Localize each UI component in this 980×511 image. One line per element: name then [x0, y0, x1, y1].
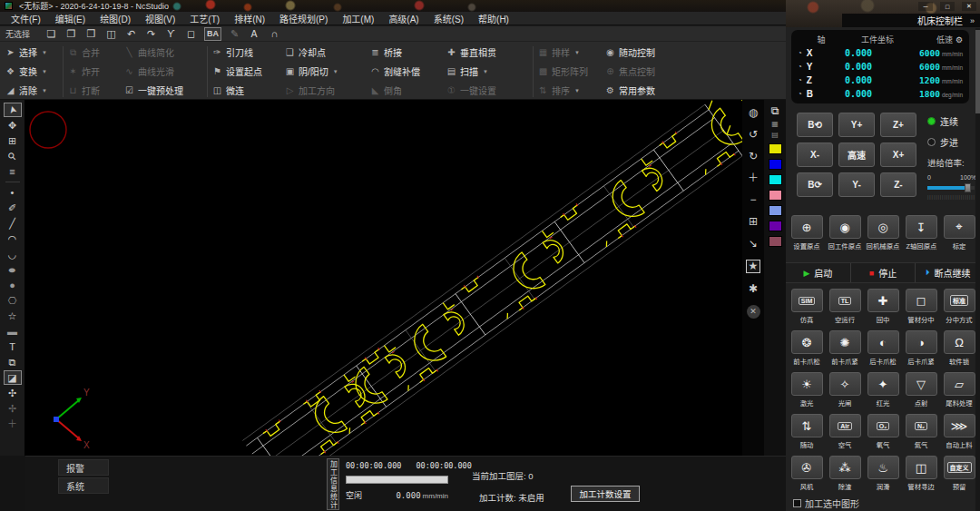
jog-y-minus-button[interactable]: Y-: [838, 172, 875, 197]
shutter-button[interactable]: ✧光闸: [828, 372, 863, 408]
menu-advanced[interactable]: 高级(A): [381, 11, 426, 26]
zoom-window-tool[interactable]: ⊞: [4, 133, 22, 148]
z-axis-home-button[interactable]: ↧Z轴回原点: [904, 215, 939, 251]
jog-x-minus-button[interactable]: X-: [797, 142, 833, 167]
zoom-out-icon[interactable]: −: [750, 194, 756, 206]
centering-mode-button[interactable]: 标准分中方式: [942, 289, 977, 324]
magnifier-tool[interactable]: ⚲: [4, 149, 22, 163]
tool-break[interactable]: ⊔打断: [67, 84, 123, 97]
panel-scrollbar[interactable]: [975, 28, 980, 511]
oxygen-button[interactable]: O₂氧气: [866, 414, 901, 449]
star-tool[interactable]: ☆: [4, 309, 22, 323]
measure-tool[interactable]: ≡: [4, 164, 22, 179]
layer-swatch-purple[interactable]: [769, 221, 782, 231]
continuous-mode-radio[interactable]: 连续: [927, 114, 976, 127]
goto-work-origin-button[interactable]: ◉回工件原点: [828, 215, 863, 251]
air-button[interactable]: Air空气: [828, 414, 863, 449]
menu-process[interactable]: 工艺(T): [182, 11, 227, 26]
tool-curve-simplify[interactable]: ╲曲线简化: [123, 45, 203, 59]
fan-button[interactable]: ✇风机: [789, 456, 825, 491]
checkbox-unchecked-icon[interactable]: [793, 499, 801, 507]
line-tool[interactable]: ╱: [4, 216, 22, 231]
menu-help[interactable]: 帮助(H): [471, 11, 516, 26]
tool-sort[interactable]: ⇅排序▼: [537, 84, 604, 97]
red-light-button[interactable]: ✦红光: [866, 372, 901, 408]
tool-common-params[interactable]: ⚙常用参数: [604, 84, 691, 97]
fit-selection-icon[interactable]: ↘: [749, 238, 758, 250]
close-panel-icon[interactable]: ✕: [747, 305, 760, 319]
tool-focus-control[interactable]: ⊕焦点控制: [604, 64, 691, 78]
jog-rapid-button[interactable]: 高速: [838, 142, 875, 167]
menu-system[interactable]: 系统(S): [426, 11, 471, 26]
jog-b-ccw-button[interactable]: B⟲: [797, 113, 833, 137]
tab-system[interactable]: 系统: [58, 477, 109, 494]
arc-3point-tool[interactable]: ◠: [4, 231, 22, 246]
import-tool[interactable]: ⧉: [4, 355, 22, 369]
undo-icon[interactable]: ↶: [124, 28, 138, 40]
rotate-ccw-icon[interactable]: ↺: [749, 129, 758, 141]
layer-swatch-pink[interactable]: [769, 190, 782, 201]
tool-scan[interactable]: ▤扫描▼: [446, 64, 529, 78]
ellipse-tool[interactable]: ●: [4, 262, 22, 277]
tail-material-button[interactable]: ▱尾料处理: [942, 372, 977, 408]
jog-y-plus-button[interactable]: Y+: [838, 113, 875, 137]
tool-rect-array[interactable]: ▩矩形阵列: [537, 64, 604, 78]
menu-view[interactable]: 视图(V): [138, 11, 182, 26]
tool-transform[interactable]: ❖变换▼: [5, 64, 59, 78]
step-mode-radio[interactable]: 步进: [927, 135, 976, 148]
calibrate-button[interactable]: ⌖标定: [942, 215, 977, 251]
select-tool[interactable]: ➤: [4, 103, 22, 117]
layer-swatch-blue[interactable]: [769, 159, 782, 170]
layer-swatch-yellow[interactable]: [769, 143, 782, 154]
tool-bridge[interactable]: ≣桥接: [369, 45, 446, 59]
tool-cooling-point[interactable]: ❑冷却点: [284, 45, 369, 59]
node-edit-tool[interactable]: ✣: [4, 386, 22, 400]
follow-button[interactable]: ⇅随动: [789, 414, 825, 449]
front-chuck-clamp-button[interactable]: ✺前卡爪紧: [828, 330, 863, 366]
menu-edit[interactable]: 编辑(E): [48, 11, 93, 26]
circle-tool[interactable]: ●: [4, 278, 22, 292]
arc-tool[interactable]: ◡: [4, 247, 22, 261]
goto-machine-origin-button[interactable]: ◎回机械原点: [866, 215, 901, 251]
tool-explode[interactable]: ✶炸开: [67, 64, 123, 78]
rectangle-tool[interactable]: ▬: [4, 324, 22, 339]
open-folder-icon[interactable]: ❒: [84, 28, 98, 40]
layers-icon[interactable]: ⧉: [771, 104, 779, 117]
tab-machining-stats[interactable]: 加工信息统计: [327, 458, 339, 510]
new-file-icon[interactable]: ❏: [44, 28, 58, 40]
nitrogen-button[interactable]: N₂氮气: [904, 414, 939, 449]
tool-micro-joint[interactable]: ◫微连: [211, 84, 284, 97]
rotate-cw-icon[interactable]: ↻: [749, 151, 758, 162]
spot-shot-button[interactable]: ▽点射: [904, 372, 939, 408]
reserved-custom-button[interactable]: 自定义预留: [942, 456, 977, 491]
tool-select[interactable]: ➤选择▼: [5, 45, 59, 59]
point-tool[interactable]: •: [4, 185, 22, 200]
return-center-button[interactable]: ✚回中: [866, 289, 901, 324]
jog-x-plus-button[interactable]: X+: [880, 142, 916, 167]
layer-swatch-cornflower[interactable]: [769, 205, 782, 216]
crosshair-tool[interactable]: ＋: [4, 417, 22, 431]
laser-button[interactable]: ☀激光: [789, 372, 825, 408]
layer-show-icon[interactable]: ▦: [771, 120, 779, 128]
menu-machining[interactable]: 加工(M): [335, 11, 381, 26]
rear-chuck-release-button[interactable]: ◐后卡爪松: [866, 330, 901, 366]
slider-thumb[interactable]: [965, 183, 971, 192]
polyline-tool[interactable]: ✐: [4, 201, 22, 215]
measure-pen-icon[interactable]: ✎: [228, 28, 241, 40]
resume-breakpoint-button[interactable]: ⏵断点继续: [916, 263, 980, 282]
arc-fit-icon[interactable]: ∩: [268, 28, 281, 40]
text-tool[interactable]: T: [4, 339, 22, 354]
fit-view-icon[interactable]: ⊞: [749, 216, 758, 228]
tab-alarm[interactable]: 报警: [58, 459, 109, 476]
tool-clear[interactable]: ◢清除▼: [5, 84, 59, 97]
scrollbar-thumb[interactable]: [975, 30, 980, 113]
maximize-button[interactable]: □: [940, 2, 955, 11]
favorite-view-icon[interactable]: ★: [746, 260, 761, 273]
slag-removal-button[interactable]: ⁂除渣: [828, 456, 863, 491]
machine-panel-header[interactable]: 机床控制栏 »: [842, 14, 980, 27]
snowflake-icon[interactable]: ✱: [749, 283, 758, 295]
layer-swatch-rose[interactable]: [769, 236, 782, 247]
layer-swatch-cyan[interactable]: [769, 174, 782, 185]
tool-curve-smooth[interactable]: ∿曲线光滑: [123, 64, 203, 78]
rotate-view-3d-icon[interactable]: ◍: [749, 107, 758, 119]
